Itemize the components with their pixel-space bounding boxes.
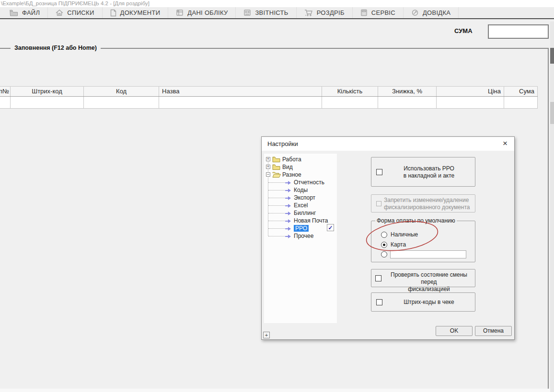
ok-button[interactable]: OK xyxy=(436,326,473,336)
table-cell[interactable] xyxy=(322,97,378,108)
tree-connector xyxy=(268,213,285,213)
column-header-npp: №пп xyxy=(0,87,11,96)
checkbox-check-shift[interactable] xyxy=(375,275,381,281)
expand-icon[interactable]: + xyxy=(266,157,270,161)
table-cell[interactable] xyxy=(0,97,11,108)
radio-icon-other[interactable] xyxy=(381,251,387,258)
radio-icon-cash[interactable] xyxy=(381,232,387,238)
tree-node-label[interactable]: Биллинг xyxy=(294,210,316,216)
dialog-expander-icon[interactable]: + xyxy=(263,332,270,338)
scrollbar-thumb[interactable] xyxy=(550,48,554,64)
radio-option-card[interactable]: Карта xyxy=(381,241,406,248)
tree-node-nova-poshta[interactable]: Новая Почта xyxy=(264,217,337,224)
tree-node-label[interactable]: Вид xyxy=(282,164,293,170)
tree-node-excel[interactable]: Excel xyxy=(264,202,337,209)
option-forbid-edit: Запретить изменение/удаление фискализиро… xyxy=(371,194,475,213)
menu-item-lists[interactable]: СПИСКИ xyxy=(48,7,102,18)
radio-label[interactable]: Карта xyxy=(391,241,406,248)
option-label-line: фискализацией xyxy=(385,286,473,293)
column-header-price: Ціна xyxy=(437,87,504,96)
close-icon[interactable]: × xyxy=(500,138,510,149)
radio-icon-card-selected[interactable] xyxy=(381,242,387,248)
tree-node-rro[interactable]: РРО xyxy=(264,224,337,232)
dialog-titlebar[interactable]: Настройки xyxy=(262,137,514,151)
ledger-icon xyxy=(176,9,184,16)
payment-form-group: Форма оплаты по умолчанию Наличные Карта xyxy=(371,221,475,262)
tree-node-label[interactable]: Экспорт xyxy=(294,194,315,201)
option-label-line: Проверять состояние смены перед xyxy=(385,271,473,286)
menu-item-reports[interactable]: ЗВІТНІСТЬ xyxy=(236,7,296,18)
checked-document-icon[interactable]: ✓ xyxy=(327,224,334,231)
table-cell[interactable] xyxy=(11,97,84,108)
arrow-icon xyxy=(285,195,291,202)
tree-node-kody[interactable]: Коды xyxy=(264,186,337,194)
table-row[interactable] xyxy=(0,97,538,109)
vertical-scrollbar[interactable] xyxy=(550,22,554,392)
settings-dialog: Настройки × + Работа + Вид − Разное Отче… xyxy=(261,136,515,340)
tree-node-prochee[interactable]: Прочее xyxy=(264,232,337,240)
menu-item-service[interactable]: СЕРВІС xyxy=(353,7,404,18)
column-header-name: Назва xyxy=(159,87,322,96)
tree-connector xyxy=(268,190,285,190)
checkbox-barcodes-in-receipt[interactable] xyxy=(376,299,382,305)
help-icon xyxy=(411,9,419,16)
expand-icon[interactable]: + xyxy=(266,165,270,169)
option-use-rro[interactable]: Использовать РРО в накладной и акте xyxy=(371,157,475,187)
table-cell[interactable] xyxy=(378,97,437,108)
tree-node-label-selected[interactable]: РРО xyxy=(294,225,309,232)
menu-item-label: ДОВІДКА xyxy=(423,9,450,16)
tree-node-label[interactable]: Отчетность xyxy=(294,179,324,186)
menu-item-label: СЕРВІС xyxy=(371,9,395,16)
menu-item-accounting-data[interactable]: ДАНІ ОБЛІКУ xyxy=(168,7,236,18)
tree-node-otchetnost[interactable]: Отчетность xyxy=(264,179,337,186)
arrow-icon xyxy=(285,218,291,225)
table-cell[interactable] xyxy=(84,97,159,108)
tree-connector xyxy=(268,205,285,206)
table-cell[interactable] xyxy=(159,97,322,108)
option-label: Проверять состояние смены перед фискализ… xyxy=(385,271,473,293)
payment-other-input[interactable] xyxy=(390,250,466,258)
option-label-line: Штрих-коды в чеке xyxy=(385,299,473,306)
table-cell[interactable] xyxy=(504,97,538,108)
menu-item-label: ДАНІ ОБЛІКУ xyxy=(187,9,228,16)
open-folder-icon xyxy=(272,172,281,179)
option-label-line: фискализированного документа xyxy=(384,204,473,211)
radio-option-other[interactable] xyxy=(381,251,387,258)
tree-connector xyxy=(268,221,285,221)
collapse-icon[interactable]: − xyxy=(266,172,270,177)
tree-node-vid[interactable]: + Вид xyxy=(264,163,337,171)
fill-group-border-right xyxy=(548,48,549,392)
menu-item-help[interactable]: ДОВІДКА xyxy=(404,7,459,18)
tree-node-rabota[interactable]: + Работа xyxy=(264,156,337,163)
tree-node-label[interactable]: Прочее xyxy=(294,233,313,239)
checkbox-use-rro[interactable] xyxy=(376,169,382,175)
scrollbar-segment xyxy=(550,102,554,124)
arrow-icon xyxy=(285,188,291,194)
tree-node-label[interactable]: Работа xyxy=(282,156,301,163)
tree-node-label[interactable]: Коды xyxy=(294,187,308,193)
table-cell[interactable] xyxy=(437,97,504,108)
tree-node-export[interactable]: Экспорт xyxy=(264,194,337,202)
calculator-icon xyxy=(360,9,368,16)
menu-item-file[interactable]: ФАЙЛ xyxy=(2,7,48,18)
tree-node-label[interactable]: Разное xyxy=(282,171,301,178)
suma-input[interactable] xyxy=(488,24,549,39)
checkbox-forbid-edit xyxy=(376,201,381,206)
cancel-button[interactable]: Отмена xyxy=(475,326,512,336)
tree-node-label[interactable]: Новая Почта xyxy=(294,217,328,224)
folder-icon xyxy=(10,10,18,16)
option-barcodes-in-receipt[interactable]: Штрих-коды в чеке xyxy=(371,292,475,312)
menu-item-documents[interactable]: ДОКУМЕНТИ xyxy=(103,7,169,18)
radio-option-cash[interactable]: Наличные xyxy=(381,231,418,238)
tree-node-label[interactable]: Excel xyxy=(294,202,308,209)
menu-item-label: ДОКУМЕНТИ xyxy=(120,9,161,16)
tree-node-billing[interactable]: Биллинг xyxy=(264,209,337,217)
tree-node-raznoe[interactable]: − Разное xyxy=(264,171,337,179)
payment-group-label: Форма оплаты по умолчанию xyxy=(375,217,457,224)
option-check-shift[interactable]: Проверять состояние смены перед фискализ… xyxy=(371,269,475,287)
arrow-icon xyxy=(285,226,291,233)
menu-item-retail[interactable]: РОЗДРІБ xyxy=(297,7,353,18)
column-header-sum: Сума xyxy=(504,87,538,96)
menu-item-label: ЗВІТНІСТЬ xyxy=(255,9,288,16)
radio-label[interactable]: Наличные xyxy=(391,231,418,238)
